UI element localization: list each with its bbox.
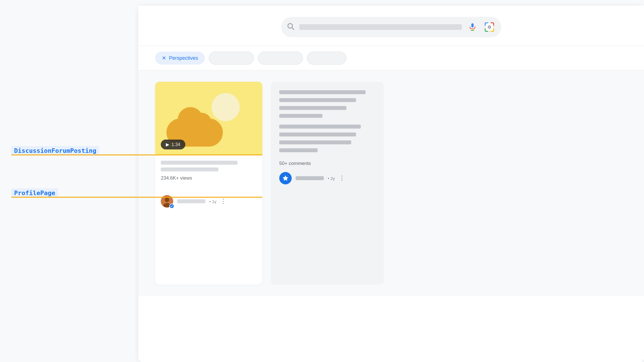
microphone-icon[interactable]	[466, 21, 479, 33]
art-line-1	[279, 90, 366, 94]
chip-inactive-2[interactable]	[258, 52, 303, 65]
filter-chips-bar: ✕ Perspectives	[138, 46, 644, 70]
search-input[interactable]	[299, 24, 462, 30]
art-line-7	[279, 140, 351, 144]
video-time-ago: • 1y	[209, 199, 216, 204]
article-text-lines	[279, 90, 375, 152]
search-right-icons	[466, 21, 496, 33]
more-options-button[interactable]: ⋮	[220, 198, 227, 205]
article-more-options-button[interactable]: ⋮	[339, 175, 345, 182]
video-info: 234.6K+ views	[155, 155, 262, 191]
chip-inactive-1[interactable]	[209, 52, 254, 65]
art-line-2	[279, 98, 356, 102]
svg-rect-2	[471, 23, 474, 28]
main-container: ✕ Perspectives ▶ 1:34	[138, 6, 644, 362]
search-bar[interactable]	[281, 17, 501, 37]
svg-point-0	[288, 24, 292, 28]
search-area	[138, 6, 644, 46]
art-line-8	[279, 148, 318, 152]
chip-close-icon[interactable]: ✕	[162, 55, 166, 61]
title-line-2	[161, 167, 218, 171]
play-badge[interactable]: ▶ 1:34	[161, 140, 185, 149]
video-card: ▶ 1:34 234.6K+ views	[155, 82, 262, 285]
sun-shape	[212, 93, 240, 121]
google-lens-icon[interactable]	[483, 21, 496, 33]
avatar-verified-badge	[169, 204, 174, 209]
chip-inactive-3[interactable]	[307, 52, 346, 65]
annotation-profile-page: ProfilePage	[11, 188, 58, 198]
chip-label: Perspectives	[169, 55, 198, 61]
annotation-line-pp	[11, 197, 262, 198]
article-card-footer: • 2y ⋮	[279, 172, 375, 184]
author-name	[177, 199, 205, 203]
content-area: ▶ 1:34 234.6K+ views	[138, 70, 644, 296]
chip-perspectives[interactable]: ✕ Perspectives	[155, 52, 205, 65]
article-author-name	[296, 176, 324, 180]
svg-point-7	[489, 27, 490, 28]
comments-count: 50+ comments	[279, 161, 375, 166]
svg-marker-11	[283, 175, 288, 181]
article-time-ago: • 2y	[328, 176, 335, 181]
search-icon	[287, 23, 295, 32]
annotation-line-dfp	[11, 154, 262, 155]
video-thumbnail[interactable]: ▶ 1:34	[155, 82, 262, 155]
annotation-discussion-forum-posting: DiscussionForumPosting	[11, 146, 99, 155]
article-card: 50+ comments • 2y ⋮	[271, 82, 384, 285]
views-count: 234.6K+ views	[161, 175, 257, 181]
video-duration: 1:34	[172, 142, 180, 147]
svg-point-9	[165, 198, 169, 202]
art-line-3	[279, 106, 346, 110]
art-line-5	[279, 125, 361, 129]
play-icon: ▶	[166, 142, 169, 147]
article-author-avatar[interactable]	[279, 172, 292, 184]
art-line-6	[279, 133, 356, 136]
svg-line-1	[292, 28, 294, 30]
title-line-1	[161, 161, 238, 165]
art-line-4	[279, 114, 322, 118]
video-card-footer: • 1y ⋮	[155, 191, 262, 212]
